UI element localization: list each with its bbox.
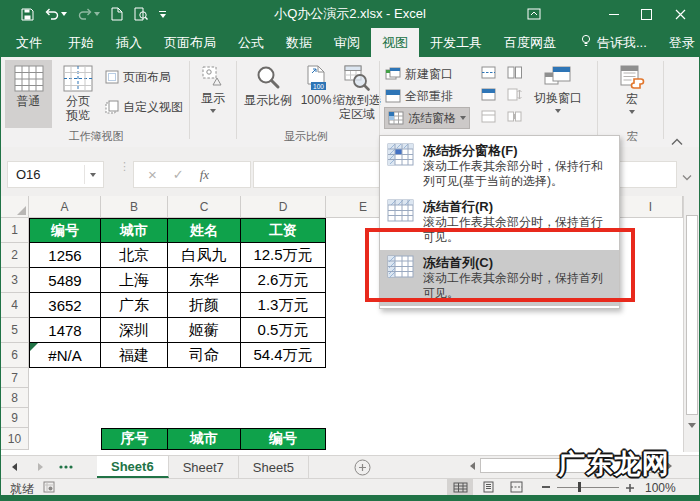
row-header-1[interactable]: 1 [1, 218, 29, 243]
zoom-level-label[interactable]: 100% [645, 481, 676, 495]
tab-data[interactable]: 数据 [275, 28, 323, 57]
view-page-break-button[interactable] [503, 479, 529, 495]
vertical-scrollbar[interactable] [683, 196, 700, 452]
cell-b3[interactable]: 上海 [101, 268, 168, 293]
sheet-nav-more-icon[interactable] [53, 456, 79, 478]
cell-c10[interactable]: 城市 [168, 428, 241, 450]
maximize-button[interactable] [631, 0, 661, 28]
col-header-d[interactable]: D [241, 196, 326, 218]
cell-a1[interactable]: 编号 [29, 218, 101, 243]
tab-developer[interactable]: 开发工具 [419, 28, 493, 57]
insert-function-icon[interactable]: fx [200, 167, 209, 183]
row-header-9[interactable]: 9 [1, 408, 29, 428]
cell-d1[interactable]: 工资 [241, 218, 326, 243]
sheet-tab-sheet7[interactable]: Sheet7 [169, 456, 239, 478]
expand-formula-bar-icon[interactable] [682, 167, 692, 185]
row-header-10[interactable]: 10 [1, 428, 29, 450]
row-header-4[interactable]: 4 [1, 293, 29, 318]
cell-c3[interactable]: 东华 [168, 268, 241, 293]
new-window-button[interactable]: 新建窗口 [385, 64, 453, 84]
cell-b1[interactable]: 城市 [101, 218, 168, 243]
tab-insert[interactable]: 插入 [105, 28, 153, 57]
zoom-out-icon[interactable] [542, 486, 550, 488]
tab-review[interactable]: 审阅 [323, 28, 371, 57]
tab-formulas[interactable]: 公式 [227, 28, 275, 57]
show-button[interactable]: 显示 [194, 60, 232, 140]
scroll-down-icon[interactable] [688, 428, 696, 446]
tab-baidu-netdisk[interactable]: 百度网盘 [493, 28, 567, 57]
cell-d10[interactable]: 编号 [241, 428, 326, 450]
normal-view-button[interactable]: 普通 [5, 60, 52, 128]
sheet-tab-sheet5[interactable]: Sheet5 [239, 456, 309, 478]
cell-a3[interactable]: 5489 [29, 268, 101, 293]
sheet-tab-sheet6[interactable]: Sheet6 [97, 456, 169, 478]
cell-b6[interactable]: 福建 [101, 343, 168, 368]
row-header-7[interactable]: 7 [1, 368, 29, 388]
view-normal-button[interactable] [447, 479, 473, 495]
row-header-5[interactable]: 5 [1, 318, 29, 343]
zoom-slider[interactable] [557, 487, 619, 488]
col-header-b[interactable]: B [101, 196, 168, 218]
page-break-preview-button[interactable]: 分页预览 [56, 60, 100, 128]
cell-c1[interactable]: 姓名 [168, 218, 241, 243]
tell-me-box[interactable]: 告诉我... [569, 28, 658, 57]
row-header-6[interactable]: 6 [1, 343, 29, 368]
cell-b2[interactable]: 北京 [101, 243, 168, 268]
row-header-2[interactable]: 2 [1, 243, 29, 268]
custom-views-button[interactable]: 自定义视图 [105, 97, 183, 117]
cell-b10[interactable]: 序号 [101, 428, 168, 450]
split-button[interactable] [478, 63, 498, 81]
formula-bar-splitter[interactable]: ⋮ [119, 163, 130, 170]
enter-icon[interactable]: ✓ [173, 167, 184, 182]
cell-d2[interactable]: 12.5万元 [241, 243, 326, 268]
ribbon-display-options-icon[interactable] [519, 0, 549, 28]
cell-d4[interactable]: 1.3万元 [241, 293, 326, 318]
tab-page-layout[interactable]: 页面布局 [153, 28, 227, 57]
hscroll-left-icon[interactable] [470, 462, 475, 470]
cell-a4[interactable]: 3652 [29, 293, 101, 318]
tab-file[interactable]: 文件 [1, 28, 57, 57]
select-all-button[interactable] [1, 196, 29, 218]
name-box[interactable]: O16 [7, 161, 104, 188]
cell-a6-error[interactable]: #N/A [29, 343, 101, 368]
cancel-icon[interactable]: × [148, 166, 157, 183]
col-header-c[interactable]: C [168, 196, 241, 218]
page-layout-view-button[interactable]: 页面布局 [105, 67, 171, 87]
cell-b4[interactable]: 广东 [101, 293, 168, 318]
macro-record-icon[interactable] [43, 481, 55, 496]
col-header-i[interactable]: I [619, 196, 683, 218]
tab-home[interactable]: 开始 [57, 28, 105, 57]
zoom-button[interactable]: 显示比例 [241, 60, 295, 128]
cell-c2[interactable]: 白凤九 [168, 243, 241, 268]
vertical-scroll-thumb[interactable] [686, 215, 698, 415]
row-header-3[interactable]: 3 [1, 268, 29, 293]
view-side-by-side-button[interactable] [504, 63, 524, 81]
cell-c4[interactable]: 折颜 [168, 293, 241, 318]
arrange-all-button[interactable]: 全部重排 [385, 86, 453, 106]
zoom-100-button[interactable]: 100 100% [297, 60, 335, 128]
zoom-slider-thumb[interactable] [578, 482, 581, 492]
macros-button[interactable]: 宏 [607, 60, 657, 140]
minimize-button[interactable] [599, 0, 629, 28]
cell-d3[interactable]: 2.6万元 [241, 268, 326, 293]
freeze-panes-button[interactable]: 冻结窗格 [385, 108, 469, 128]
menu-item-freeze-panes[interactable]: 冻结拆分窗格(F) 滚动工作表其余部分时，保持行和列可见(基于当前的选择)。 [380, 138, 619, 194]
tab-view[interactable]: 视图 [371, 28, 419, 57]
col-header-a[interactable]: A [29, 196, 101, 218]
zoom-in-icon[interactable] [625, 482, 635, 496]
new-sheet-button[interactable] [349, 456, 375, 478]
zoom-to-selection-button[interactable]: 缩放到选定区域 [337, 60, 377, 128]
sheet-nav-prev-icon[interactable] [1, 456, 27, 478]
cell-a5[interactable]: 1478 [29, 318, 101, 343]
cell-d5[interactable]: 0.5万元 [241, 318, 326, 343]
cell-c5[interactable]: 姬蘅 [168, 318, 241, 343]
switch-windows-button[interactable]: 切换窗口 [529, 60, 587, 140]
name-box-caret[interactable] [90, 173, 96, 177]
row-header-8[interactable]: 8 [1, 388, 29, 408]
view-page-layout-button[interactable] [475, 479, 501, 495]
cell-d6[interactable]: 54.4万元 [241, 343, 326, 368]
hide-button[interactable] [478, 85, 498, 103]
sheet-nav-next-icon[interactable] [27, 456, 53, 478]
close-button[interactable] [665, 0, 695, 28]
cell-c6[interactable]: 司命 [168, 343, 241, 368]
